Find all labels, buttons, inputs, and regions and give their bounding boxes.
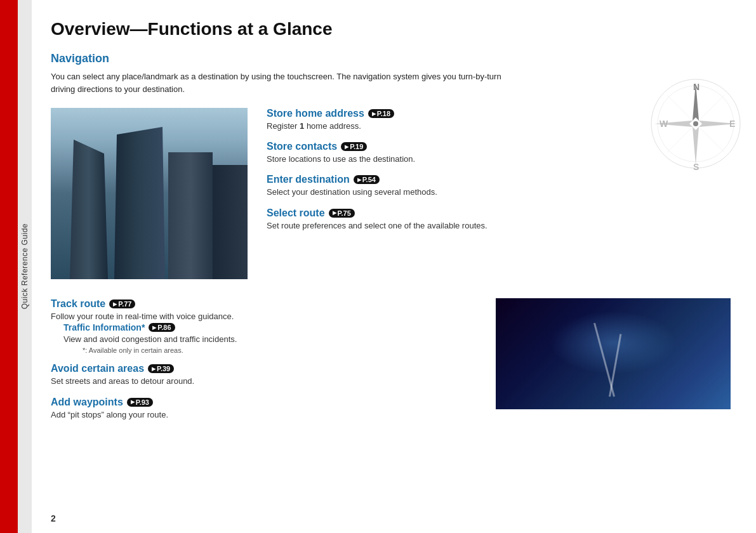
svg-point-12 [693,121,698,126]
navigation-heading: Navigation [51,52,731,65]
bottom-items-list: Track route P.77 Follow your route in re… [51,298,477,430]
bottom-section: Track route P.77 Follow your route in re… [51,298,731,430]
item-select-route-desc: Set route preferences and select one of … [267,220,731,232]
badge-store-contacts: P.19 [341,142,367,151]
badge-avoid-areas: P.39 [148,364,174,373]
svg-text:W: W [660,119,668,129]
item-select-route-title: Select route P.75 [267,207,731,219]
svg-text:S: S [693,162,699,171]
item-track-route-desc: Follow your route in real-time with voic… [51,311,477,322]
svg-text:N: N [693,82,700,92]
item-enter-destination: Enter destination P.54 Select your desti… [267,174,731,198]
item-avoid-areas: Avoid certain areas P.39 Set streets and… [51,363,477,387]
road-photo [496,298,731,409]
sub-item-traffic-info: Traffic Information* P.86 View and avoid… [63,322,477,354]
item-avoid-areas-desc: Set streets and areas to detour around. [51,376,477,387]
badge-store-home: P.18 [368,109,394,118]
intro-text: You can select any place/landmark as a d… [51,70,527,95]
badge-enter-destination: P.54 [354,175,380,184]
asterisk-note: *: Available only in certain areas. [83,346,477,354]
building-2 [114,127,165,279]
building-4 [213,165,248,279]
compass-svg: N S E W [648,76,743,171]
badge-track-route: P.77 [109,299,135,308]
city-photo [51,108,248,279]
badge-traffic-info: P.86 [149,323,175,332]
svg-text:E: E [729,119,735,129]
building-1 [70,140,108,279]
item-select-route: Select route P.75 Set route preferences … [267,207,731,232]
item-add-waypoints-title: Add waypoints P.93 [51,397,477,408]
item-add-waypoints: Add waypoints P.93 Add “pit stops” along… [51,397,477,421]
building-3 [168,152,213,279]
sidebar-label-container: Quick Reference Guide [18,0,32,533]
page-title: Overview—Functions at a Glance [51,19,731,39]
page-number: 2 [51,513,56,523]
road-glow [550,311,677,374]
item-track-route-title: Track route P.77 [51,298,477,310]
item-add-waypoints-desc: Add “pit stops” along your route. [51,409,477,421]
item-enter-destination-title: Enter destination P.54 [267,174,731,185]
main-content: Overview—Functions at a Glance N S E W [32,0,756,533]
item-enter-destination-desc: Select your destination using several me… [267,187,731,198]
sub-item-traffic-title: Traffic Information* P.86 [63,322,477,332]
red-bar [0,0,18,533]
item-track-route: Track route P.77 Follow your route in re… [51,298,477,354]
item-avoid-areas-title: Avoid certain areas P.39 [51,363,477,374]
svg-marker-3 [693,127,699,165]
badge-select-route: P.75 [329,209,355,218]
compass-rose: N S E W [648,76,743,171]
top-section: Store home address P.18 Register 1 home … [51,108,731,279]
badge-add-waypoints: P.93 [127,398,153,407]
sub-item-traffic-desc: View and avoid congestion and traffic in… [63,334,477,345]
sidebar-text: Quick Reference Guide [20,223,29,309]
